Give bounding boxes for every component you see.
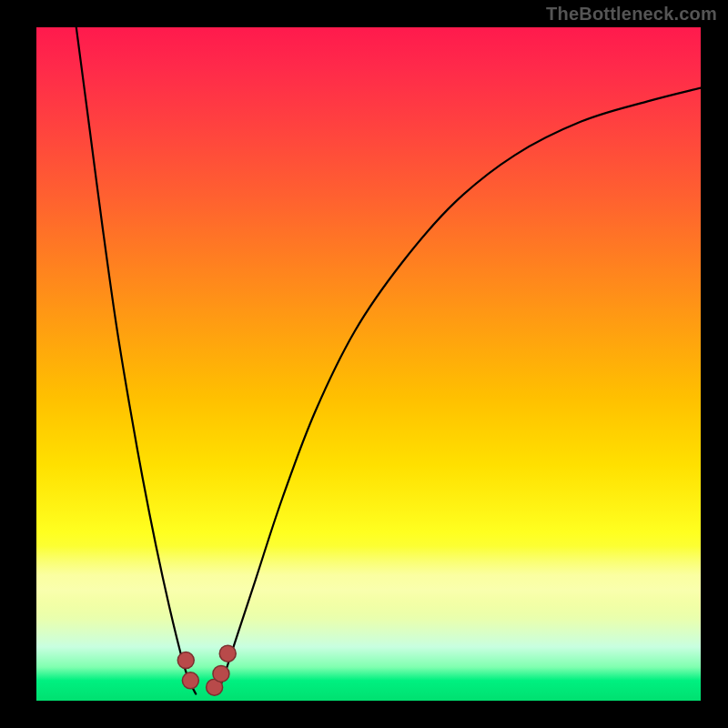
data-marker [213, 665, 229, 682]
curve-left-branch [76, 27, 196, 694]
chart-frame: TheBottleneck.com [0, 0, 728, 728]
chart-svg [36, 27, 701, 701]
plot-area [36, 27, 701, 701]
data-marker [219, 645, 236, 662]
curve-group [76, 27, 701, 694]
data-marker [177, 652, 194, 669]
data-marker [182, 672, 198, 689]
curve-right-branch [216, 88, 701, 694]
watermark-text: TheBottleneck.com [546, 4, 717, 25]
